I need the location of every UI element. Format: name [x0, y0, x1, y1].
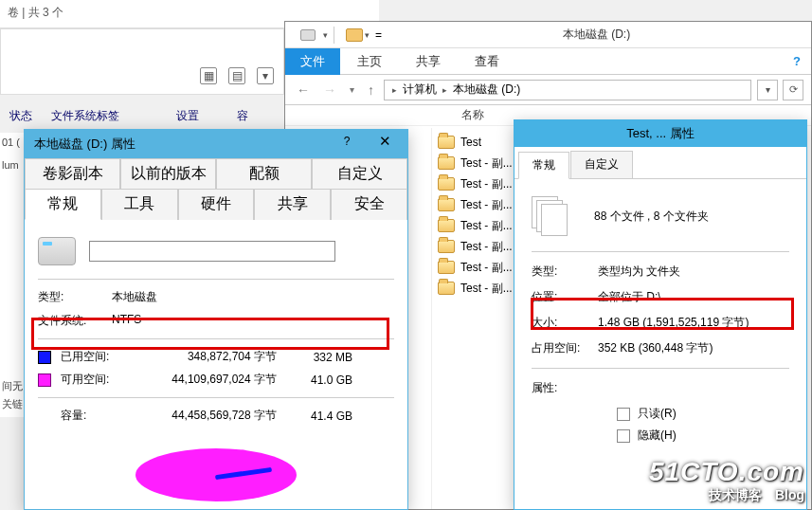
nav-back-icon[interactable]: ← [293, 82, 314, 98]
tab-view[interactable]: 查看 [458, 48, 516, 75]
summary-count: 88 个文件 , 8 个文件夹 [594, 209, 709, 225]
tab-tools[interactable]: 工具 [101, 189, 178, 220]
pie-chart: 驱动器 D: [38, 448, 394, 510]
bg-tile-icon[interactable]: ▦ [200, 67, 217, 84]
tab2-customize[interactable]: 自定义 [570, 151, 633, 178]
folder-icon [438, 156, 455, 170]
used-space-row: 已用空间: 348,872,704 字节 332 MB [38, 349, 394, 365]
label-used: 已用空间: [61, 349, 125, 365]
help-button[interactable]: ? [328, 130, 366, 153]
bg-column-headers: 状态 文件系统标签 设置 容 [0, 104, 284, 128]
folder-icon [438, 240, 455, 253]
explorer-title: 本地磁盘 (D:) [382, 27, 811, 43]
nav-bar: ← → ▾ ↑ ▸ 计算机 ▸ 本地磁盘 (D:) ▾ ⟳ [285, 75, 811, 105]
explorer-titlebar[interactable]: ▾ ▾ = 本地磁盘 (D:) [285, 22, 811, 48]
folder-icon [438, 136, 455, 149]
qat-dropdown-icon[interactable]: ▾ [323, 30, 328, 40]
value-type: 本地磁盘 [112, 289, 157, 305]
value-cap-h: 41.4 GB [277, 410, 352, 423]
value2-location: 全部位于 D:\ [598, 289, 661, 305]
free-swatch-icon [38, 373, 51, 387]
drive-mini-icon [300, 29, 316, 41]
label2-type: 类型: [532, 264, 598, 280]
folder-icon [438, 219, 455, 232]
value-fs: NTFS [112, 313, 141, 329]
bg-toolbar: ▦ ▤ ▾ [0, 28, 284, 95]
bg-col-settings[interactable]: 设置 [167, 104, 208, 128]
nav-up-icon[interactable]: ↑ [364, 82, 378, 98]
checkbox-hidden[interactable] [617, 429, 630, 443]
dialog-titlebar[interactable]: 本地磁盘 (D:) 属性 ? ✕ [25, 130, 407, 158]
help-icon[interactable]: ? [783, 54, 811, 68]
value-cap-bytes: 44,458,569,728 字节 [125, 408, 277, 424]
path-drive[interactable]: 本地磁盘 (D:) [451, 82, 522, 98]
tab-shadow-copies[interactable]: 卷影副本 [25, 158, 120, 189]
label-hidden: 隐藏(H) [638, 428, 677, 444]
value-used-bytes: 348,872,704 字节 [125, 349, 277, 365]
tab-share[interactable]: 共享 [399, 48, 458, 75]
tab-sharing[interactable]: 共享 [254, 189, 331, 220]
drive-label-input[interactable] [89, 241, 335, 262]
folder-icon [438, 177, 455, 191]
bg-col-state[interactable]: 状态 [0, 104, 42, 128]
capacity-row: 容量: 44,458,569,728 字节 41.4 GB [38, 408, 394, 424]
value-used-h: 332 MB [277, 351, 352, 364]
used-swatch-icon [38, 351, 51, 364]
tab-security[interactable]: 安全 [331, 189, 407, 220]
ribbon-tabs: 文件 主页 共享 查看 ? [285, 48, 811, 75]
tab2-general[interactable]: 常规 [518, 152, 569, 179]
free-space-row: 可用空间: 44,109,697,024 字节 41.0 GB [38, 372, 394, 388]
qat-dropdown2-icon[interactable]: ▾ [365, 30, 370, 40]
label2-attributes: 属性: [532, 380, 598, 396]
bg-dropdown-icon[interactable]: ▾ [257, 67, 274, 84]
value2-size: 1.48 GB (1,591,525,119 字节) [598, 315, 749, 331]
refresh-icon[interactable]: ⟳ [783, 80, 803, 100]
dialog2-titlebar[interactable]: Test, ... 属性 [514, 120, 806, 147]
drive-properties-dialog: 本地磁盘 (D:) 属性 ? ✕ 卷影副本 以前的版本 配额 自定义 常规 工具… [24, 129, 408, 510]
col-name[interactable]: 名称 [456, 107, 490, 123]
label-capacity: 容量: [61, 408, 125, 424]
drive-icon [38, 237, 76, 265]
value2-type: 类型均为 文件夹 [598, 264, 680, 280]
close-button[interactable]: ✕ [366, 130, 404, 153]
folder-icon [438, 198, 455, 211]
tab-strip: 卷影副本 以前的版本 配额 自定义 常规 工具 硬件 共享 安全 [25, 158, 407, 220]
tab-home[interactable]: 主页 [340, 48, 399, 75]
folder-icon [438, 282, 455, 295]
label-type: 类型: [38, 289, 112, 305]
nav-fwd-icon[interactable]: → [319, 82, 340, 98]
bg-list-icon[interactable]: ▤ [228, 67, 245, 84]
nav-history-icon[interactable]: ▾ [346, 84, 358, 95]
dialog-title: 本地磁盘 (D:) 属性 [34, 136, 135, 153]
value2-ondisk: 352 KB (360,448 字节) [598, 340, 713, 356]
path-computer[interactable]: 计算机 [401, 82, 439, 98]
folder-mini-icon [346, 28, 363, 42]
multi-file-icon [532, 196, 569, 236]
label2-size: 大小: [532, 315, 598, 331]
address-bar[interactable]: ▸ 计算机 ▸ 本地磁盘 (D:) [384, 80, 751, 100]
tab-previous-versions[interactable]: 以前的版本 [120, 158, 216, 189]
value-free-h: 41.0 GB [277, 373, 352, 387]
label2-ondisk: 占用空间: [532, 340, 598, 356]
label2-location: 位置: [532, 289, 598, 305]
tab-customize[interactable]: 自定义 [312, 158, 407, 189]
bg-col-capacity[interactable]: 容 [227, 104, 258, 128]
checkbox-readonly[interactable] [617, 408, 630, 421]
folder-icon [438, 261, 455, 274]
tab-general[interactable]: 常规 [25, 189, 101, 220]
value-free-bytes: 44,109,697,024 字节 [125, 372, 277, 388]
label-free: 可用空间: [61, 372, 125, 388]
label-readonly: 只读(R) [638, 406, 677, 422]
bg-col-fslabel[interactable]: 文件系统标签 [42, 104, 129, 128]
address-history-icon[interactable]: ▾ [757, 80, 778, 100]
dialog2-tab-strip: 常规 自定义 [514, 147, 806, 179]
folder-properties-dialog: Test, ... 属性 常规 自定义 88 个文件 , 8 个文件夹 类型:类… [514, 119, 807, 510]
tab-quota[interactable]: 配额 [216, 158, 312, 189]
tab-file[interactable]: 文件 [285, 48, 340, 75]
tab-hardware[interactable]: 硬件 [178, 189, 255, 220]
label-fs: 文件系统: [38, 313, 112, 329]
dialog2-title: Test, ... 属性 [626, 125, 695, 142]
